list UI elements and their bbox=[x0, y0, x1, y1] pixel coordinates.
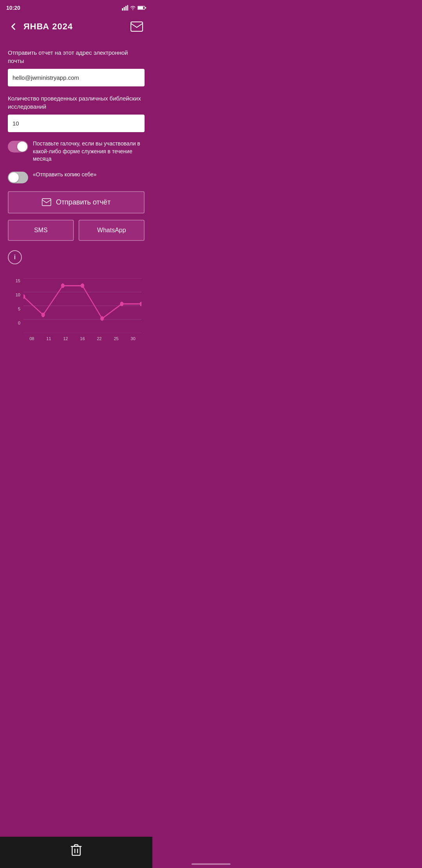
email-header-icon bbox=[131, 22, 143, 32]
studies-section: Количество проведенных различных библейс… bbox=[8, 94, 145, 140]
svg-rect-5 bbox=[138, 7, 143, 9]
svg-rect-6 bbox=[145, 7, 146, 8]
chart-point-3 bbox=[80, 283, 84, 288]
main-content: Отправить отчет на этот адрес электронно… bbox=[0, 42, 152, 349]
page-title: ЯНВА 2024 bbox=[23, 22, 127, 32]
header: ЯНВА 2024 bbox=[0, 14, 152, 42]
email-header-button[interactable] bbox=[127, 17, 146, 36]
info-icon: i bbox=[14, 254, 16, 261]
email-input[interactable] bbox=[8, 69, 145, 86]
signal-icon bbox=[122, 5, 128, 11]
chart-x-label-11: 11 bbox=[40, 336, 57, 341]
chart-x-label-30: 30 bbox=[125, 336, 141, 341]
submit-button[interactable]: Отправить отчёт bbox=[8, 191, 145, 213]
studies-label: Количество проведенных различных библейс… bbox=[8, 94, 145, 111]
svg-rect-8 bbox=[42, 199, 51, 206]
chart-y-label-0: 0 bbox=[9, 321, 20, 325]
info-row: i bbox=[8, 249, 145, 266]
copy-toggle-thumb bbox=[9, 172, 19, 183]
action-buttons: SMS WhatsApp bbox=[8, 220, 145, 241]
studies-input[interactable] bbox=[8, 115, 145, 132]
svg-rect-7 bbox=[131, 22, 143, 31]
chart-point-4 bbox=[100, 316, 104, 321]
sms-button[interactable]: SMS bbox=[8, 220, 74, 241]
chart-y-label-10: 10 bbox=[9, 292, 20, 297]
chart-y-label-15: 15 bbox=[9, 278, 20, 283]
submit-button-label: Отправить отчёт bbox=[56, 198, 111, 206]
chart-x-labels: 08 11 12 16 22 25 30 bbox=[23, 335, 141, 341]
chart-area: 15 10 5 0 bbox=[8, 272, 145, 343]
chart-x-label-08: 08 bbox=[23, 336, 40, 341]
status-icons bbox=[122, 5, 146, 11]
email-label: Отправить отчет на этот адрес электронно… bbox=[8, 48, 145, 65]
status-bar: 10:20 bbox=[0, 0, 152, 14]
wifi-icon bbox=[130, 5, 136, 11]
chart-point-5 bbox=[120, 301, 123, 306]
participation-toggle-thumb bbox=[17, 142, 27, 152]
copy-toggle-row: «Отправить копию себе» bbox=[8, 171, 145, 183]
svg-rect-1 bbox=[124, 7, 125, 11]
chart-point-1 bbox=[41, 312, 45, 317]
submit-email-icon bbox=[42, 198, 51, 206]
chart-x-label-22: 22 bbox=[91, 336, 108, 341]
chart-svg bbox=[23, 278, 141, 333]
svg-rect-2 bbox=[125, 6, 127, 11]
svg-rect-3 bbox=[127, 5, 129, 11]
participation-toggle-row: Поставьте галочку, если вы участвовали в… bbox=[8, 140, 145, 163]
chart-point-2 bbox=[61, 283, 64, 288]
chart-x-label-12: 12 bbox=[57, 336, 74, 341]
info-button[interactable]: i bbox=[8, 250, 22, 264]
copy-toggle-track[interactable] bbox=[8, 172, 28, 183]
copy-toggle[interactable] bbox=[8, 172, 28, 183]
chart-x-label-25: 25 bbox=[108, 336, 125, 341]
battery-icon bbox=[138, 5, 146, 10]
back-button[interactable] bbox=[6, 20, 20, 34]
chart-line bbox=[23, 285, 141, 318]
copy-toggle-label: «Отправить копию себе» bbox=[33, 171, 145, 179]
svg-rect-0 bbox=[122, 8, 123, 11]
whatsapp-button[interactable]: WhatsApp bbox=[79, 220, 145, 241]
participation-toggle-label: Поставьте галочку, если вы участвовали в… bbox=[33, 140, 145, 163]
email-section: Отправить отчет на этот адрес электронно… bbox=[8, 48, 145, 94]
back-arrow-icon bbox=[8, 21, 19, 32]
chart-y-labels: 15 10 5 0 bbox=[9, 278, 20, 325]
chart-y-label-5: 5 bbox=[9, 307, 20, 311]
status-time: 10:20 bbox=[6, 5, 20, 11]
participation-toggle-track[interactable] bbox=[8, 141, 28, 152]
participation-toggle[interactable] bbox=[8, 141, 28, 152]
chart-x-label-16: 16 bbox=[74, 336, 91, 341]
